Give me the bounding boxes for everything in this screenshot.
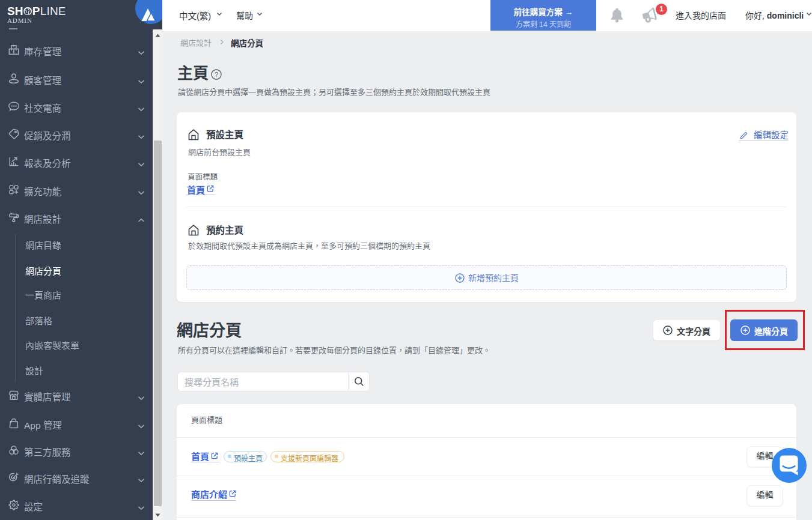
svg-text:?: ? xyxy=(214,71,218,78)
